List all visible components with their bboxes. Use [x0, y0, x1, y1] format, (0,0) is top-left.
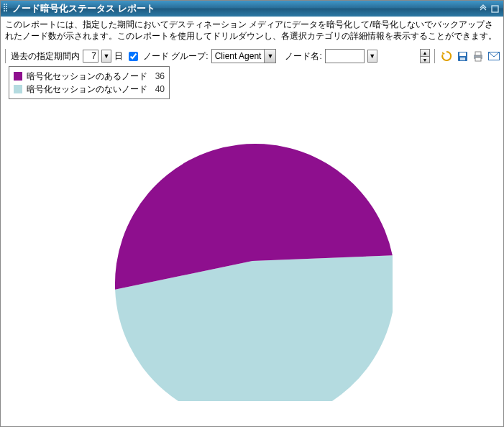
- grip-icon: [4, 4, 9, 14]
- svg-rect-0: [492, 6, 498, 12]
- legend-item: 暗号化セッションのあるノード 36: [14, 70, 165, 83]
- legend-value: 36: [152, 71, 165, 81]
- svg-rect-2: [459, 52, 466, 56]
- legend-item: 暗号化セッションのないノード 40: [14, 83, 165, 96]
- legend-label: 暗号化セッションのないノード: [27, 83, 147, 96]
- legend: 暗号化セッションのあるノード 36 暗号化セッションのないノード 40: [9, 66, 170, 99]
- maximize-button[interactable]: [489, 3, 500, 14]
- spinner-up[interactable]: ▲: [421, 50, 429, 57]
- report-description: このレポートには、指定した期間においてデスティネーション メディアにデータを暗号…: [1, 17, 503, 46]
- legend-label: 暗号化セッションのあるノード: [27, 70, 147, 83]
- window-title: ノード暗号化ステータス レポート: [12, 2, 155, 15]
- chart-area: [0, 58, 504, 427]
- legend-swatch: [14, 72, 22, 81]
- legend-swatch: [14, 85, 22, 93]
- svg-rect-5: [475, 52, 481, 55]
- collapse-button[interactable]: [477, 3, 489, 14]
- pie-chart: [112, 121, 393, 401]
- titlebar: ノード暗号化ステータス レポート: [1, 1, 503, 17]
- legend-value: 40: [152, 84, 165, 94]
